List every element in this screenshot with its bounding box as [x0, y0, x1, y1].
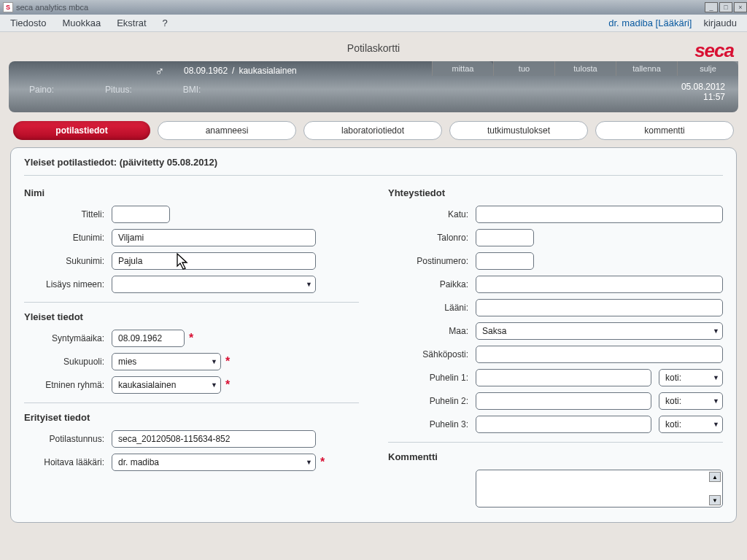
scroll-up-icon[interactable]: ▲ [709, 472, 721, 482]
title-input[interactable] [112, 206, 170, 223]
zip-label: Postinumero: [388, 256, 476, 266]
page-title-row: Potilaskortti seca [9, 32, 738, 61]
logout-link[interactable]: kirjaudu [703, 18, 737, 28]
general-section-header: Yleiset tiedot [24, 311, 359, 322]
phone3-input[interactable] [476, 416, 651, 433]
street-label: Katu: [388, 209, 476, 219]
left-column: Nimi Titteli: Etunimi: Sukunimi: Lisäys … [24, 183, 359, 513]
email-input[interactable] [476, 346, 723, 363]
country-label: Maa: [388, 326, 476, 336]
lastname-input[interactable] [112, 252, 316, 270]
measure-button[interactable]: mittaa [432, 61, 493, 76]
chevron-down-icon: ▼ [713, 397, 719, 405]
banner-dob: 08.09.1962 [184, 66, 228, 76]
email-label: Sähköposti: [388, 349, 476, 359]
doctor-label: Hoitava lääkäri: [24, 457, 112, 467]
menu-extras[interactable]: Ekstrat [117, 18, 146, 28]
comment-section-header: Kommentti [388, 451, 723, 462]
tab-history[interactable]: anamneesi [158, 121, 296, 140]
tab-results[interactable]: tutkimustulokset [449, 121, 588, 140]
phone2-label: Puhelin 2: [388, 396, 476, 406]
tab-lab[interactable]: laboratoriotiedot [303, 121, 442, 140]
gender-male-icon: ♂ [155, 64, 165, 79]
state-label: Lääni: [388, 303, 476, 313]
banner-datetime: 05.08.2012 11:57 [681, 82, 725, 102]
chevron-down-icon: ▼ [306, 281, 312, 288]
tab-patient-data[interactable]: potilastiedot [13, 121, 150, 140]
menu-help[interactable]: ? [163, 18, 168, 28]
close-window-button[interactable]: × [734, 2, 747, 12]
banner-actions: mittaa tuo tulosta tallenna sulje [432, 61, 738, 76]
patient-panel: Yleiset potilastiedot: (päivitetty 05.08… [10, 147, 737, 523]
doctor-select[interactable]: dr. madiba▼ [112, 454, 316, 471]
pid-input[interactable] [112, 430, 316, 448]
houseno-input[interactable] [476, 229, 534, 246]
dob-input[interactable] [112, 330, 185, 347]
pid-label: Potilastunnus: [24, 434, 112, 444]
tab-comment[interactable]: kommentti [595, 121, 734, 140]
brand-logo: seca [694, 39, 734, 62]
street-input[interactable] [476, 206, 723, 223]
banner-ethnicity: kaukasialainen [239, 66, 296, 76]
required-marker: * [225, 355, 230, 368]
close-button[interactable]: sulje [677, 61, 738, 76]
firstname-input[interactable] [112, 229, 316, 246]
phone3-type-select[interactable]: koti:▼ [659, 416, 723, 433]
height-label: Pituus: [105, 85, 132, 95]
import-button[interactable]: tuo [493, 61, 554, 76]
city-input[interactable] [476, 276, 723, 293]
lastname-label: Sukunimi: [24, 256, 112, 266]
user-label[interactable]: dr. madiba [Lääkäri] [608, 18, 692, 28]
houseno-label: Talonro: [388, 233, 476, 243]
phone1-label: Puhelin 1: [388, 373, 476, 383]
special-section-header: Erityiset tiedot [24, 412, 359, 423]
state-input[interactable] [476, 299, 723, 316]
banner-time: 11:57 [681, 92, 725, 102]
suffix-label: Lisäys nimeen: [24, 279, 112, 289]
title-label: Titteli: [24, 209, 112, 219]
suffix-select[interactable]: ▼ [112, 276, 316, 293]
phone1-input[interactable] [476, 369, 651, 386]
contact-section-header: Yhteystiedot [388, 187, 723, 198]
zip-input[interactable] [476, 252, 534, 270]
bmi-label: BMI: [183, 85, 201, 95]
chevron-down-icon: ▼ [713, 421, 719, 428]
window-title: seca analytics mbca [16, 3, 88, 12]
maximize-button[interactable]: □ [719, 2, 732, 12]
chevron-down-icon: ▼ [713, 327, 719, 335]
menu-edit[interactable]: Muokkaa [62, 18, 101, 28]
panel-heading: Yleiset potilastiedot: (päivitetty 05.08… [24, 157, 723, 176]
save-button[interactable]: tallenna [616, 61, 677, 76]
page-title: Potilaskortti [347, 42, 400, 54]
phone1-type-select[interactable]: koti:▼ [659, 369, 723, 386]
firstname-label: Etunimi: [24, 233, 112, 243]
patient-banner: mittaa tuo tulosta tallenna sulje ♂ 08.0… [9, 61, 738, 112]
menu-bar: Tiedosto Muokkaa Ekstrat ? dr. madiba [L… [0, 15, 747, 32]
required-marker: * [189, 332, 193, 345]
scroll-down-icon[interactable]: ▼ [709, 495, 721, 505]
menu-file[interactable]: Tiedosto [10, 18, 46, 28]
print-button[interactable]: tulosta [554, 61, 616, 76]
name-section-header: Nimi [24, 187, 359, 198]
app-icon: S [3, 2, 13, 12]
banner-sep: / [232, 66, 234, 76]
required-marker: * [320, 456, 325, 469]
right-column: Yhteystiedot Katu: Talonro: Postinumero:… [388, 183, 723, 513]
gender-label: Sukupuoli: [24, 357, 112, 367]
minimize-button[interactable]: _ [705, 2, 718, 12]
dob-label: Syntymäaika: [24, 333, 112, 343]
chevron-down-icon: ▼ [211, 381, 217, 389]
tab-bar: potilastiedot anamneesi laboratoriotiedo… [13, 121, 734, 140]
ethnic-select[interactable]: kaukasialainen▼ [112, 376, 221, 394]
phone2-input[interactable] [476, 392, 651, 410]
gender-select[interactable]: mies▼ [112, 353, 221, 370]
city-label: Paikka: [388, 279, 476, 289]
banner-date: 05.08.2012 [681, 82, 725, 92]
ethnic-label: Etninen ryhmä: [24, 380, 112, 390]
country-select[interactable]: Saksa▼ [476, 322, 723, 340]
comment-textarea[interactable]: ▲ ▼ [476, 470, 723, 508]
chevron-down-icon: ▼ [211, 358, 217, 365]
phone2-type-select[interactable]: koti:▼ [659, 392, 723, 410]
chevron-down-icon: ▼ [713, 374, 719, 381]
weight-label: Paino: [29, 85, 54, 95]
